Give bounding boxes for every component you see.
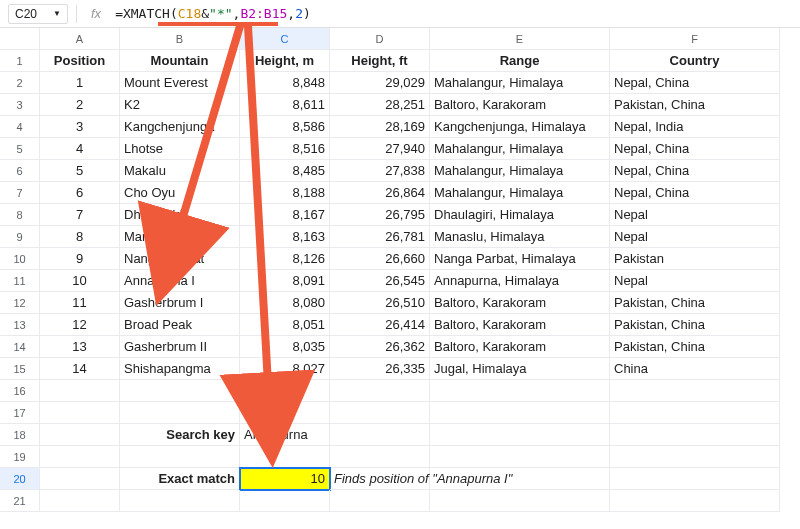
cell-C2[interactable]: 8,848 — [240, 72, 330, 94]
cell-B7[interactable]: Cho Oyu — [120, 182, 240, 204]
cell-B11[interactable]: Annapurna I — [120, 270, 240, 292]
cell-C9[interactable]: 8,163 — [240, 226, 330, 248]
spreadsheet-grid[interactable]: ABCDEF1PositionMountainHeight, mHeight, … — [0, 28, 800, 512]
formula-input[interactable]: =XMATCH(C18&"*",B2:B15,2) — [115, 6, 311, 21]
row-header-17[interactable]: 17 — [0, 402, 40, 424]
cell-empty-17-2[interactable] — [240, 402, 330, 424]
cell-E20[interactable] — [430, 468, 610, 490]
cell-E7[interactable]: Mahalangur, Himalaya — [430, 182, 610, 204]
cell-F2[interactable]: Nepal, China — [610, 72, 780, 94]
cell-C12[interactable]: 8,080 — [240, 292, 330, 314]
cell-empty-21-4[interactable] — [430, 490, 610, 512]
cell-C8[interactable]: 8,167 — [240, 204, 330, 226]
cell-E13[interactable]: Baltoro, Karakoram — [430, 314, 610, 336]
cell-C13[interactable]: 8,051 — [240, 314, 330, 336]
cell-C7[interactable]: 8,188 — [240, 182, 330, 204]
cell-E3[interactable]: Baltoro, Karakoram — [430, 94, 610, 116]
cell-A15[interactable]: 14 — [40, 358, 120, 380]
cell-empty-21-2[interactable] — [240, 490, 330, 512]
row-header-13[interactable]: 13 — [0, 314, 40, 336]
cell-C15[interactable]: 8,027 — [240, 358, 330, 380]
cell-A14[interactable]: 13 — [40, 336, 120, 358]
cell-D7[interactable]: 26,864 — [330, 182, 430, 204]
cell-F13[interactable]: Pakistan, China — [610, 314, 780, 336]
col-header-A[interactable]: A — [40, 28, 120, 50]
cell-empty-21-3[interactable] — [330, 490, 430, 512]
cell-D13[interactable]: 26,414 — [330, 314, 430, 336]
cell-B13[interactable]: Broad Peak — [120, 314, 240, 336]
cell-A12[interactable]: 11 — [40, 292, 120, 314]
cell-B15[interactable]: Shishapangma — [120, 358, 240, 380]
cell-D4[interactable]: 28,169 — [330, 116, 430, 138]
row-header-12[interactable]: 12 — [0, 292, 40, 314]
cell-empty-17-4[interactable] — [430, 402, 610, 424]
cell-B5[interactable]: Lhotse — [120, 138, 240, 160]
cell-D18[interactable] — [330, 424, 430, 446]
cell-B3[interactable]: K2 — [120, 94, 240, 116]
cell-F15[interactable]: China — [610, 358, 780, 380]
cell-A3[interactable]: 2 — [40, 94, 120, 116]
cell-empty-16-4[interactable] — [430, 380, 610, 402]
cell-F5[interactable]: Nepal, China — [610, 138, 780, 160]
row-header-15[interactable]: 15 — [0, 358, 40, 380]
cell-D6[interactable]: 27,838 — [330, 160, 430, 182]
cell-empty-19-4[interactable] — [430, 446, 610, 468]
cell-A20[interactable] — [40, 468, 120, 490]
cell-C4[interactable]: 8,586 — [240, 116, 330, 138]
cell-empty-19-0[interactable] — [40, 446, 120, 468]
cell-E14[interactable]: Baltoro, Karakoram — [430, 336, 610, 358]
cell-D15[interactable]: 26,335 — [330, 358, 430, 380]
cell-empty-21-5[interactable] — [610, 490, 780, 512]
cell-D2[interactable]: 29,029 — [330, 72, 430, 94]
cell-empty-16-3[interactable] — [330, 380, 430, 402]
cell-F6[interactable]: Nepal, China — [610, 160, 780, 182]
cell-A5[interactable]: 4 — [40, 138, 120, 160]
header-cell-D[interactable]: Height, ft — [330, 50, 430, 72]
header-cell-E[interactable]: Range — [430, 50, 610, 72]
cell-C18[interactable]: Annapurna — [240, 424, 330, 446]
cell-empty-19-5[interactable] — [610, 446, 780, 468]
cell-empty-16-2[interactable] — [240, 380, 330, 402]
cell-B10[interactable]: Nanga Parbat — [120, 248, 240, 270]
cell-C20[interactable]: 10 — [240, 468, 330, 490]
header-cell-C[interactable]: Height, m — [240, 50, 330, 72]
row-header-2[interactable]: 2 — [0, 72, 40, 94]
col-header-D[interactable]: D — [330, 28, 430, 50]
cell-B9[interactable]: Manaslu — [120, 226, 240, 248]
row-header-4[interactable]: 4 — [0, 116, 40, 138]
cell-empty-16-5[interactable] — [610, 380, 780, 402]
row-header-9[interactable]: 9 — [0, 226, 40, 248]
cell-A18[interactable] — [40, 424, 120, 446]
cell-empty-17-0[interactable] — [40, 402, 120, 424]
row-header-1[interactable]: 1 — [0, 50, 40, 72]
cell-D12[interactable]: 26,510 — [330, 292, 430, 314]
row-header-20[interactable]: 20 — [0, 468, 40, 490]
cell-C10[interactable]: 8,126 — [240, 248, 330, 270]
select-all-corner[interactable] — [0, 28, 40, 50]
cell-E5[interactable]: Mahalangur, Himalaya — [430, 138, 610, 160]
cell-empty-21-1[interactable] — [120, 490, 240, 512]
cell-F18[interactable] — [610, 424, 780, 446]
col-header-B[interactable]: B — [120, 28, 240, 50]
cell-empty-16-1[interactable] — [120, 380, 240, 402]
cell-D11[interactable]: 26,545 — [330, 270, 430, 292]
row-header-21[interactable]: 21 — [0, 490, 40, 512]
cell-A7[interactable]: 6 — [40, 182, 120, 204]
cell-B18[interactable]: Search key — [120, 424, 240, 446]
name-box[interactable]: C20 ▼ — [8, 4, 68, 24]
row-header-14[interactable]: 14 — [0, 336, 40, 358]
cell-A4[interactable]: 3 — [40, 116, 120, 138]
cell-E8[interactable]: Dhaulagiri, Himalaya — [430, 204, 610, 226]
cell-E6[interactable]: Mahalangur, Himalaya — [430, 160, 610, 182]
cell-F3[interactable]: Pakistan, China — [610, 94, 780, 116]
cell-F10[interactable]: Pakistan — [610, 248, 780, 270]
cell-E4[interactable]: Kangchenjunga, Himalaya — [430, 116, 610, 138]
cell-empty-17-3[interactable] — [330, 402, 430, 424]
cell-empty-17-5[interactable] — [610, 402, 780, 424]
row-header-10[interactable]: 10 — [0, 248, 40, 270]
cell-F7[interactable]: Nepal, China — [610, 182, 780, 204]
cell-E12[interactable]: Baltoro, Karakoram — [430, 292, 610, 314]
cell-D9[interactable]: 26,781 — [330, 226, 430, 248]
cell-C3[interactable]: 8,611 — [240, 94, 330, 116]
cell-C5[interactable]: 8,516 — [240, 138, 330, 160]
